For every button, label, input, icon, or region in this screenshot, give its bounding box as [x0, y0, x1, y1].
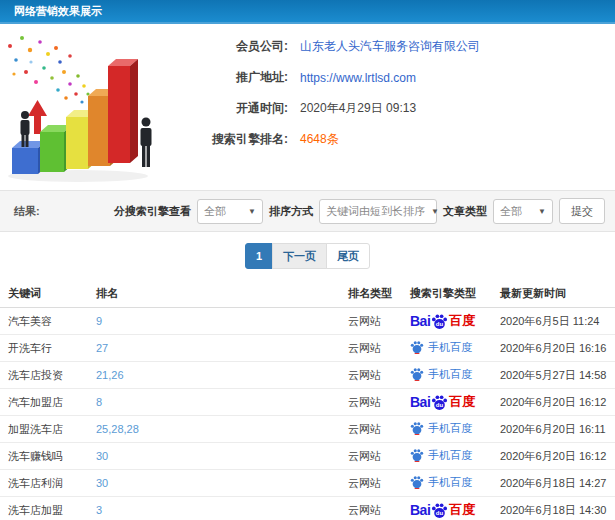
table-row: 开洗车行27云网站手机百度2020年6月20日 16:16: [0, 335, 615, 362]
rank-count-value: 4648条: [300, 131, 339, 148]
rank-count-label: 搜索引擎排名:: [170, 131, 288, 148]
next-page-button[interactable]: 下一页: [272, 243, 327, 269]
page-title: 网络营销效果展示: [14, 5, 102, 17]
updated-cell: 2020年6月18日 14:30: [492, 497, 615, 520]
baidu-paw-icon: [410, 367, 424, 381]
updated-cell: 2020年6月20日 16:16: [492, 335, 615, 362]
keyword-cell: 洗车店加盟: [0, 497, 88, 520]
mobile-baidu-label: 手机百度: [428, 475, 472, 490]
table-row: 洗车店投资21,26云网站手机百度2020年5月27日 14:58: [0, 362, 615, 389]
open-time-label: 开通时间:: [170, 100, 288, 117]
sort-filter-label: 排序方式: [269, 204, 313, 219]
col-rank-type: 排名类型: [340, 280, 402, 308]
member-info: 会员公司: 山东老人头汽车服务咨询有限公司 推广地址: https://www.…: [170, 24, 615, 190]
baidu-paw-icon: [410, 475, 424, 489]
engine-cell: 手机百度: [402, 443, 492, 470]
rank-type-cell: 云网站: [340, 470, 402, 497]
table-row: 汽车美容9云网站Baidu百度2020年6月5日 11:24: [0, 308, 615, 335]
keyword-cell: 汽车加盟店: [0, 389, 88, 416]
promo-url-link[interactable]: https://www.lrtlsd.com: [300, 71, 416, 85]
rank-link[interactable]: 30: [96, 477, 108, 489]
keyword-cell: 洗车赚钱吗: [0, 443, 88, 470]
table-row: 洗车店利润30云网站手机百度2020年6月18日 14:27: [0, 470, 615, 497]
table-header-row: 关键词 排名 排名类型 搜索引擎类型 最新更新时间: [0, 280, 615, 308]
businessman-right: [141, 118, 152, 168]
rank-link[interactable]: 27: [96, 342, 108, 354]
bars: [12, 59, 138, 174]
filter-controls: 分搜索引擎查看 全部 ▼ 排序方式 关键词由短到长排序 ▼ 文章类型 全部 ▼ …: [114, 198, 605, 224]
keyword-cell: 洗车店投资: [0, 362, 88, 389]
engine-cell: 手机百度: [402, 335, 492, 362]
svg-text:du: du: [436, 321, 444, 327]
rank-cell: 27: [88, 335, 340, 362]
rank-type-cell: 云网站: [340, 308, 402, 335]
updated-cell: 2020年5月27日 14:58: [492, 362, 615, 389]
table-row: 洗车店加盟3云网站Baidu百度2020年6月18日 14:30: [0, 497, 615, 520]
engine-select[interactable]: 全部 ▼: [197, 199, 263, 224]
rank-type-cell: 云网站: [340, 443, 402, 470]
col-rank: 排名: [88, 280, 340, 308]
article-type-select-value: 全部: [500, 204, 522, 219]
engine-cell: Baidu百度: [402, 389, 492, 416]
svg-text:du: du: [436, 510, 444, 516]
company-label: 会员公司:: [170, 38, 288, 55]
promo-url-label: 推广地址:: [170, 69, 288, 86]
info-row-open-time: 开通时间: 2020年4月29日 09:13: [170, 100, 605, 117]
pagination-area: 1 下一页 尾页: [0, 232, 615, 280]
last-page-button[interactable]: 尾页: [326, 243, 370, 269]
rank-type-cell: 云网站: [340, 389, 402, 416]
baidu-paw-icon: [410, 421, 424, 435]
rank-link[interactable]: 3: [96, 504, 102, 516]
article-type-select[interactable]: 全部 ▼: [493, 199, 553, 224]
mobile-baidu-logo: 手机百度: [410, 367, 472, 382]
page-button-current[interactable]: 1: [245, 243, 273, 269]
sort-select-value: 关键词由短到长排序: [326, 204, 425, 219]
svg-text:du: du: [436, 402, 444, 408]
mobile-baidu-label: 手机百度: [428, 340, 472, 355]
open-time-value: 2020年4月29日 09:13: [300, 100, 416, 117]
keyword-cell: 洗车店利润: [0, 470, 88, 497]
rank-cell: 30: [88, 470, 340, 497]
submit-button[interactable]: 提交: [559, 198, 605, 224]
table-row: 洗车赚钱吗30云网站手机百度2020年6月20日 16:12: [0, 443, 615, 470]
baidu-paw-icon: du: [431, 502, 448, 519]
baidu-paw-icon: [410, 448, 424, 462]
rank-cell: 21,26: [88, 362, 340, 389]
engine-cell: 手机百度: [402, 362, 492, 389]
sort-select[interactable]: 关键词由短到长排序 ▼: [319, 199, 437, 224]
filter-bar: 结果: 分搜索引擎查看 全部 ▼ 排序方式 关键词由短到长排序 ▼ 文章类型 全…: [0, 190, 615, 232]
rank-cell: 30: [88, 443, 340, 470]
rank-type-cell: 云网站: [340, 497, 402, 520]
article-type-label: 文章类型: [443, 204, 487, 219]
keyword-cell: 加盟洗车店: [0, 416, 88, 443]
updated-cell: 2020年6月5日 11:24: [492, 308, 615, 335]
growth-chart-illustration: [0, 28, 170, 188]
rank-link[interactable]: 21,26: [96, 369, 124, 381]
table-row: 加盟洗车店25,28,28云网站手机百度2020年6月20日 16:11: [0, 416, 615, 443]
confetti-dots: [8, 36, 90, 104]
baidu-paw-icon: du: [431, 394, 448, 411]
table-row: 汽车加盟店8云网站Baidu百度2020年6月20日 16:12: [0, 389, 615, 416]
baidu-paw-icon: [410, 340, 424, 354]
rank-link[interactable]: 25,28,28: [96, 423, 139, 435]
baidu-logo: Baidu百度: [410, 501, 475, 519]
engine-select-value: 全部: [204, 204, 226, 219]
engine-filter-label: 分搜索引擎查看: [114, 204, 191, 219]
rank-link[interactable]: 30: [96, 450, 108, 462]
info-row-company: 会员公司: 山东老人头汽车服务咨询有限公司: [170, 38, 605, 55]
rank-type-cell: 云网站: [340, 335, 402, 362]
chevron-down-icon: ▼: [431, 207, 439, 216]
col-keyword: 关键词: [0, 280, 88, 308]
results-table: 关键词 排名 排名类型 搜索引擎类型 最新更新时间 汽车美容9云网站Baidu百…: [0, 280, 615, 520]
company-link[interactable]: 山东老人头汽车服务咨询有限公司: [300, 38, 480, 55]
baidu-paw-icon: du: [431, 313, 448, 330]
rank-link[interactable]: 9: [96, 315, 102, 327]
rank-link[interactable]: 8: [96, 396, 102, 408]
rank-cell: 3: [88, 497, 340, 520]
chevron-down-icon: ▼: [248, 207, 256, 216]
rank-cell: 8: [88, 389, 340, 416]
rank-type-cell: 云网站: [340, 416, 402, 443]
rank-cell: 25,28,28: [88, 416, 340, 443]
mobile-baidu-logo: 手机百度: [410, 475, 472, 490]
keyword-cell: 开洗车行: [0, 335, 88, 362]
